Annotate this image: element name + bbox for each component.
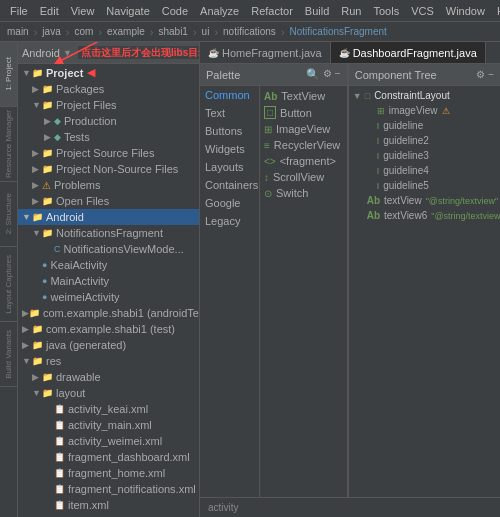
palette-settings-icon[interactable]: ⚙ xyxy=(323,68,332,81)
menu-window[interactable]: Window xyxy=(440,3,491,19)
menu-run[interactable]: Run xyxy=(335,3,367,19)
breadcrumb-bar: main › java › com › example › shabi1 › u… xyxy=(0,22,500,42)
palette-search-icon[interactable]: 🔍 xyxy=(306,68,320,81)
comp-tree-settings-icon[interactable]: ⚙ xyxy=(476,69,485,80)
side-tab-resource-manager[interactable]: Resource Manager xyxy=(0,107,17,182)
tree-label-source-files: Project Source Files xyxy=(56,147,154,159)
tab-notifications-fragment[interactable]: NotificationsFragment xyxy=(287,26,390,37)
palette-item-fragment[interactable]: <> <fragment> xyxy=(260,153,347,169)
tab-com[interactable]: com xyxy=(71,26,96,37)
palette-item-switch[interactable]: ⊙ Switch xyxy=(260,185,347,201)
comp-item-imageview[interactable]: ⊞ imageView ⚠ xyxy=(349,103,500,118)
tree-item-project[interactable]: ▼ 📁 Project ◀ xyxy=(18,64,199,81)
menu-navigate[interactable]: Navigate xyxy=(100,3,155,19)
menu-tools[interactable]: Tools xyxy=(367,3,405,19)
tree-item-layout[interactable]: ▼ 📁 layout xyxy=(18,385,199,401)
palette-item-textview[interactable]: Ab TextView xyxy=(260,88,347,104)
tree-item-source-files[interactable]: ▶ 📁 Project Source Files xyxy=(18,145,199,161)
side-tab-project[interactable]: 1: Project xyxy=(0,42,17,107)
palette-cat-google[interactable]: Google xyxy=(200,194,259,212)
tab-shabi1[interactable]: shabi1 xyxy=(155,26,190,37)
center-panel: ☕ HomeFragment.java ☕ DashboardFragment.… xyxy=(200,42,500,517)
tab-notifications[interactable]: notifications xyxy=(220,26,279,37)
menu-view[interactable]: View xyxy=(65,3,101,19)
tree-label-fragment-dashboard: fragment_dashboard.xml xyxy=(68,451,190,463)
tree-item-project-files[interactable]: ▼ 📁 Project Files xyxy=(18,97,199,113)
tree-item-keai-activity[interactable]: ● KeaiActivity xyxy=(18,257,199,273)
tree-label-problems: Problems xyxy=(54,179,100,191)
menu-refactor[interactable]: Refactor xyxy=(245,3,299,19)
tree-label-activity-weimei: activity_weimei.xml xyxy=(68,435,162,447)
editor-tab-home[interactable]: ☕ HomeFragment.java xyxy=(200,42,331,63)
tab-example[interactable]: example xyxy=(104,26,148,37)
tree-item-activity-weimei[interactable]: 📋 activity_weimei.xml xyxy=(18,433,199,449)
comp-item-textview[interactable]: Ab textView "@string/textview" xyxy=(349,193,500,208)
tree-item-tests[interactable]: ▶ ◆ Tests xyxy=(18,129,199,145)
tab-java[interactable]: java xyxy=(39,26,63,37)
palette-cat-buttons[interactable]: Buttons xyxy=(200,122,259,140)
settings-icon[interactable]: ⚙ xyxy=(176,46,186,59)
comp-item-guideline2[interactable]: I guideline2 xyxy=(349,133,500,148)
tree-item-notifications-fragment[interactable]: ▼ 📁 NotificationsFragment xyxy=(18,225,199,241)
menu-edit[interactable]: Edit xyxy=(34,3,65,19)
tree-item-open-files[interactable]: ▶ 📁 Open Files xyxy=(18,193,199,209)
comp-item-guideline[interactable]: I guideline xyxy=(349,118,500,133)
tree-label-production: Production xyxy=(64,115,117,127)
dropdown-arrow[interactable]: ▼ xyxy=(63,48,72,58)
palette-cat-common[interactable]: Common xyxy=(200,86,259,104)
tree-item-activity-main[interactable]: 📋 activity_main.xml xyxy=(18,417,199,433)
menu-file[interactable]: File xyxy=(4,3,34,19)
tree-item-res[interactable]: ▼ 📁 res xyxy=(18,353,199,369)
tree-item-fragment-notifications[interactable]: 📋 fragment_notifications.xml xyxy=(18,481,199,497)
palette-item-recyclerview[interactable]: ≡ RecyclerView xyxy=(260,137,347,153)
tab-main[interactable]: main xyxy=(4,26,32,37)
menu-code[interactable]: Code xyxy=(156,3,194,19)
comp-item-textview6[interactable]: Ab textView6 "@string/textview2" xyxy=(349,208,500,223)
comp-tree-close-icon[interactable]: − xyxy=(488,69,494,80)
editor-tab-dashboard[interactable]: ☕ DashboardFragment.java xyxy=(331,42,486,63)
tree-item-test[interactable]: ▶ 📁 com.example.shabi1 (test) xyxy=(18,321,199,337)
palette-cat-text[interactable]: Text xyxy=(200,104,259,122)
comp-item-guideline5[interactable]: I guideline5 xyxy=(349,178,500,193)
tree-item-fragment-home[interactable]: 📋 fragment_home.xml xyxy=(18,465,199,481)
menu-vcs[interactable]: VCS xyxy=(405,3,440,19)
tree-item-packages[interactable]: ▶ 📁 Packages xyxy=(18,81,199,97)
menu-analyze[interactable]: Analyze xyxy=(194,3,245,19)
tree-item-drawable[interactable]: ▶ 📁 drawable xyxy=(18,369,199,385)
tree-item-problems[interactable]: ▶ ⚠ Problems xyxy=(18,177,199,193)
tree-item-activity-keai[interactable]: 📋 activity_keai.xml xyxy=(18,401,199,417)
tree-label-project: Project xyxy=(46,67,83,79)
tree-item-main-activity[interactable]: ● MainActivity xyxy=(18,273,199,289)
palette-item-scrollview[interactable]: ↕ ScrollView xyxy=(260,169,347,185)
tab-ui[interactable]: ui xyxy=(199,26,213,37)
palette-close-icon[interactable]: − xyxy=(335,68,341,81)
side-tab-build-variants[interactable]: Build Variants xyxy=(0,322,17,387)
comp-item-guideline3[interactable]: I guideline3 xyxy=(349,148,500,163)
tree-item-item-xml[interactable]: 📋 item.xml xyxy=(18,497,199,513)
comp-item-guideline4[interactable]: I guideline4 xyxy=(349,163,500,178)
palette-item-imageview[interactable]: ⊞ ImageView xyxy=(260,121,347,137)
side-tab-layout-captures[interactable]: Layout Captures xyxy=(0,247,17,322)
side-tab-structure[interactable]: 2: Structure xyxy=(0,182,17,247)
palette-cat-containers[interactable]: Containers xyxy=(200,176,259,194)
comp-label-textview: textView xyxy=(384,195,422,206)
menu-help[interactable]: Help xyxy=(491,3,500,19)
comp-item-constraint-layout[interactable]: ▼ □ ConstraintLayout xyxy=(349,88,500,103)
sync-icon[interactable]: ⟳ xyxy=(164,46,173,59)
palette-item-button[interactable]: □ Button xyxy=(260,104,347,121)
palette-cat-widgets[interactable]: Widgets xyxy=(200,140,259,158)
tree-item-android-test[interactable]: ▶ 📁 com.example.shabi1 (androidTest) xyxy=(18,305,199,321)
palette-cat-layouts[interactable]: Layouts xyxy=(200,158,259,176)
tree-label-fragment-home: fragment_home.xml xyxy=(68,467,165,479)
android-dropdown[interactable]: Android xyxy=(22,47,60,59)
tree-item-non-source-files[interactable]: ▶ 📁 Project Non-Source Files xyxy=(18,161,199,177)
tree-item-android[interactable]: ▼ 📁 Android xyxy=(18,209,199,225)
menu-build[interactable]: Build xyxy=(299,3,335,19)
tree-item-notifications-viewmodel[interactable]: C NotificationsViewMode... xyxy=(18,241,199,257)
tree-item-production[interactable]: ▶ ◆ Production xyxy=(18,113,199,129)
tree-item-fragment-dashboard[interactable]: 📋 fragment_dashboard.xml xyxy=(18,449,199,465)
tree-item-java-generated[interactable]: ▶ 📁 java (generated) xyxy=(18,337,199,353)
palette-cat-legacy[interactable]: Legacy xyxy=(200,212,259,230)
close-panel-icon[interactable]: − xyxy=(189,47,195,59)
tree-item-weimei-activity[interactable]: ● weimeiActivity xyxy=(18,289,199,305)
